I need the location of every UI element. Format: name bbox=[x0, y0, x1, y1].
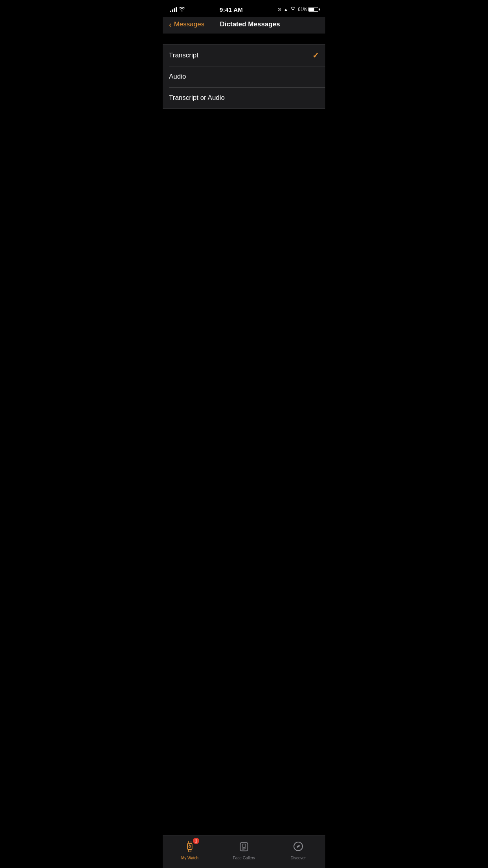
content-area bbox=[163, 109, 325, 463]
checkmark-icon: ✓ bbox=[312, 51, 319, 60]
status-left bbox=[170, 7, 185, 13]
nav-header: ‹ Messages Dictated Messages bbox=[163, 17, 325, 33]
battery-indicator: 61% bbox=[298, 7, 318, 12]
option-transcript-or-audio-label: Transcript or Audio bbox=[169, 94, 225, 102]
option-transcript-label: Transcript bbox=[169, 51, 198, 59]
signal-bar-4 bbox=[176, 7, 177, 12]
signal-bar-2 bbox=[172, 9, 173, 12]
screen-record-icon: ⊙ bbox=[277, 7, 281, 12]
option-transcript-or-audio[interactable]: Transcript or Audio bbox=[163, 87, 325, 108]
option-transcript[interactable]: Transcript ✓ bbox=[163, 45, 325, 66]
wifi-icon bbox=[179, 7, 185, 13]
status-time: 9:41 AM bbox=[220, 6, 243, 13]
page-title: Dictated Messages bbox=[204, 20, 295, 28]
battery-percent-label: 61% bbox=[298, 7, 307, 12]
options-list: Transcript ✓ Audio Transcript or Audio bbox=[163, 44, 325, 109]
location-icon: ▲ bbox=[284, 7, 288, 12]
alarm-icon bbox=[290, 6, 295, 13]
signal-bar-3 bbox=[174, 8, 175, 12]
header-spacer bbox=[163, 33, 325, 44]
signal-bar-1 bbox=[170, 11, 171, 12]
option-audio-label: Audio bbox=[169, 73, 186, 81]
battery-icon bbox=[308, 7, 318, 12]
battery-fill bbox=[309, 8, 314, 11]
status-right: ⊙ ▲ 61% bbox=[277, 6, 318, 13]
back-chevron-icon: ‹ bbox=[169, 20, 172, 28]
back-label: Messages bbox=[174, 20, 204, 28]
status-bar: 9:41 AM ⊙ ▲ 61% bbox=[163, 0, 325, 17]
option-audio[interactable]: Audio bbox=[163, 66, 325, 87]
signal-bars-icon bbox=[170, 7, 177, 12]
back-button[interactable]: ‹ Messages bbox=[169, 20, 204, 28]
